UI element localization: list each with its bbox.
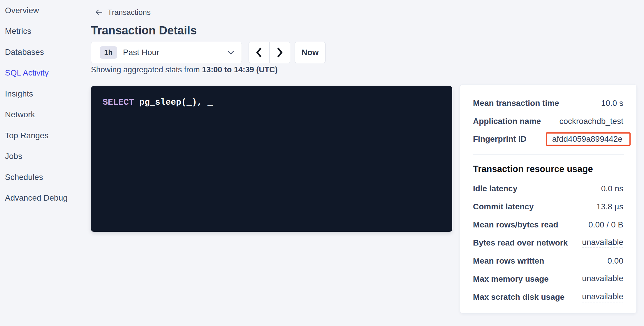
table-row: Bytes read over network unavailable <box>473 238 623 248</box>
time-range-badge: 1h <box>100 46 117 59</box>
row-label: Idle latency <box>473 184 518 193</box>
sidebar-item-jobs[interactable]: Jobs <box>0 146 85 167</box>
sql-keyword: SELECT <box>103 97 134 107</box>
time-range-dropdown[interactable]: 1h Past Hour <box>91 42 242 63</box>
back-arrow-icon <box>95 9 102 15</box>
row-label: Mean transaction time <box>473 99 559 108</box>
table-row: Mean rows/bytes read 0.00 / 0 B <box>473 220 623 230</box>
sidebar-item-overview[interactable]: Overview <box>0 0 85 21</box>
bytes-read-over-network-value[interactable]: unavailable <box>582 238 623 248</box>
status-line-prefix: Showing aggregated stats from <box>91 65 202 74</box>
idle-latency-value: 0.0 ns <box>601 184 623 193</box>
sidebar-item-sql-activity[interactable]: SQL Activity <box>0 63 85 84</box>
row-label: Bytes read over network <box>473 238 568 248</box>
mean-rows-bytes-read-value: 0.00 / 0 B <box>588 220 623 229</box>
table-row: Mean rows written 0.00 <box>473 256 623 266</box>
sidebar-item-databases[interactable]: Databases <box>0 42 85 63</box>
time-range-selected-label: Past Hour <box>123 48 159 57</box>
fingerprint-highlight-box: afdd4059a899442e <box>546 132 631 146</box>
page-title: Transaction Details <box>91 24 197 37</box>
table-row: Commit latency 13.8 µs <box>473 201 623 212</box>
max-scratch-disk-usage-value[interactable]: unavailable <box>582 292 623 302</box>
sql-statement-text: pg_sleep(_), _ <box>134 97 213 107</box>
table-row: Max memory usage unavailable <box>473 274 623 284</box>
next-time-range-button[interactable] <box>270 42 290 63</box>
transaction-details-card: Mean transaction time 10.0 s Application… <box>460 84 637 313</box>
row-label: Fingerprint ID <box>473 134 527 144</box>
mean-rows-written-value: 0.00 <box>608 256 624 266</box>
now-button[interactable]: Now <box>295 42 325 63</box>
row-label: Application name <box>473 117 541 126</box>
card-divider <box>473 154 624 155</box>
sidebar-nav: Overview Metrics Databases SQL Activity … <box>0 0 85 208</box>
table-row: Fingerprint ID afdd4059a899442e <box>473 134 623 144</box>
row-label: Max scratch disk usage <box>473 292 564 302</box>
status-line-range: 13:00 to 14:39 (UTC) <box>202 65 278 74</box>
aggregated-stats-status-line: Showing aggregated stats from 13:00 to 1… <box>91 65 278 74</box>
mean-transaction-time-value: 10.0 s <box>601 99 623 108</box>
chevron-right-icon <box>276 47 283 58</box>
time-range-pager <box>249 42 290 63</box>
commit-latency-value: 13.8 µs <box>597 202 623 211</box>
sidebar-item-schedules[interactable]: Schedules <box>0 167 85 188</box>
sidebar-item-advanced-debug[interactable]: Advanced Debug <box>0 188 85 209</box>
table-row: Application name cockroachdb_test <box>473 116 623 127</box>
row-label: Commit latency <box>473 202 534 211</box>
sql-statement-box: SELECT pg_sleep(_), _ <box>91 86 452 232</box>
chevron-left-icon <box>256 47 263 58</box>
sidebar-item-network[interactable]: Network <box>0 104 85 125</box>
sidebar-item-metrics[interactable]: Metrics <box>0 21 85 42</box>
sidebar-item-insights[interactable]: Insights <box>0 83 85 104</box>
sidebar-item-top-ranges[interactable]: Top Ranges <box>0 125 85 146</box>
breadcrumb-label: Transactions <box>108 8 151 17</box>
fingerprint-id-value: afdd4059a899442e <box>552 134 622 143</box>
row-label: Mean rows/bytes read <box>473 220 558 229</box>
row-label: Mean rows written <box>473 256 544 266</box>
application-name-value: cockroachdb_test <box>559 117 623 126</box>
table-row: Max scratch disk usage unavailable <box>473 292 623 302</box>
transaction-details-page: { "colors": { "accent_active_nav": "#454… <box>0 0 644 326</box>
row-label: Max memory usage <box>473 274 549 284</box>
previous-time-range-button[interactable] <box>249 42 270 63</box>
breadcrumb-back-link[interactable]: Transactions <box>95 8 151 17</box>
table-row: Idle latency 0.0 ns <box>473 183 623 194</box>
chevron-down-icon <box>228 51 234 55</box>
resource-usage-heading: Transaction resource usage <box>473 164 593 174</box>
max-memory-usage-value[interactable]: unavailable <box>582 274 623 284</box>
table-row: Mean transaction time 10.0 s <box>473 98 623 108</box>
